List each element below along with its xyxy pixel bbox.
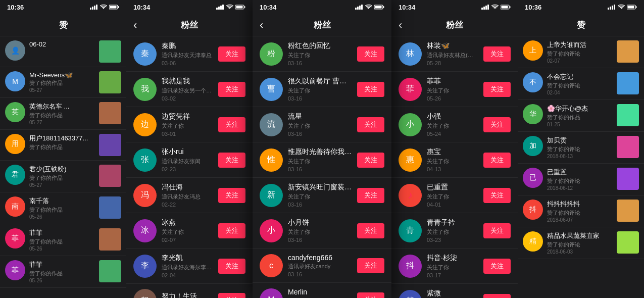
list-item: 边 边贸凭祥 关注了你 03-01 关注: [126, 107, 253, 142]
item-info: 流星 关注了你 03-16: [288, 112, 352, 137]
avatar: M: [260, 288, 283, 299]
avatar: 小: [260, 219, 283, 242]
item-date: 05-26: [29, 214, 95, 220]
follow-button[interactable]: 关注: [357, 292, 384, 299]
item-date: 02-22: [162, 202, 213, 208]
item-name: 精品水果蔬菜直家: [547, 231, 613, 240]
follow-button[interactable]: 关注: [357, 82, 384, 97]
follow-button[interactable]: 关注: [483, 223, 511, 238]
item-date: 05-27: [29, 120, 95, 125]
avatar: 👤: [5, 40, 25, 61]
follow-button[interactable]: 关注: [218, 188, 245, 203]
phone-panel-panel-fans-middle: 10:34 ‹ 粉丝 粉 粉红色的回忆 关注了你 03-16: [253, 0, 391, 298]
praise-thumbnail: [99, 260, 121, 282]
item-info: 很久以前餐厅 曹世坚 关注了你 03-16: [288, 77, 352, 102]
praise-thumbnail: [617, 200, 639, 222]
praise-action: 赞了你的作品: [29, 270, 95, 277]
back-button[interactable]: ‹: [399, 20, 402, 31]
item-date: 2018-06-03: [547, 249, 613, 255]
svg-rect-33: [636, 6, 637, 8]
item-info: 🌸华开心@杰 赞了你的作品 01-25: [547, 104, 613, 127]
item-date: 03-16: [288, 60, 352, 66]
praise-thumbnail: [99, 71, 121, 93]
follow-button[interactable]: 关注: [218, 82, 245, 97]
item-date: 04-01: [427, 202, 478, 208]
item-date: 03-16: [288, 271, 352, 277]
status-bar: 10:36: [518, 0, 644, 14]
item-info: 边贸凭祥 关注了你 03-01: [162, 112, 213, 137]
svg-rect-19: [383, 6, 384, 8]
item-name: 我就是我: [162, 77, 213, 86]
item-name: 君少(互铁粉): [29, 165, 95, 174]
item-sub: 关注了你: [162, 122, 213, 130]
item-date: 05-24: [427, 131, 478, 137]
follow-button[interactable]: 关注: [357, 153, 384, 168]
list-item: M Merlin 关注了你 03-16 关注: [253, 283, 391, 298]
item-date: 02-07: [547, 58, 613, 64]
avatar: 紫: [399, 290, 422, 299]
follow-button[interactable]: 关注: [483, 153, 511, 168]
status-icons: [608, 5, 637, 10]
list-item: c candyfeng666 通讯录好友candy 03-16 关注: [253, 249, 391, 283]
follow-button[interactable]: 关注: [483, 259, 511, 274]
follow-button[interactable]: 关注: [357, 258, 384, 273]
item-name: 惟愿时光善待你我的青春: [288, 147, 352, 157]
svg-rect-34: [628, 6, 634, 9]
item-name: candyfeng666: [288, 254, 352, 262]
praise-action: 赞了你的评论: [547, 145, 613, 153]
follow-button[interactable]: 关注: [483, 117, 511, 132]
follow-button[interactable]: 关注: [483, 188, 511, 203]
item-info: candyfeng666 通讯录好友candy 03-16: [288, 254, 352, 277]
item-name: 已重置: [547, 168, 613, 177]
nav-bar: ‹ 粉丝: [391, 14, 518, 36]
item-sub: 通讯录好友天津泰总: [162, 52, 213, 59]
item-info: 小月饼 关注了你 03-16: [288, 218, 352, 243]
phone-panel-panel-left-praise: 10:36 赞 👤 06-02: [0, 0, 126, 298]
nav-bar: ‹ 粉丝: [126, 14, 253, 36]
follow-button[interactable]: 关注: [218, 293, 245, 298]
follow-button[interactable]: 关注: [357, 46, 384, 62]
list-item: 南 南千落 赞了你的作品 05-26: [0, 192, 126, 224]
item-name: 努力！生活: [162, 292, 213, 298]
follow-button[interactable]: 关注: [483, 82, 511, 97]
praise-action: 赞了你的作品: [29, 112, 95, 119]
follow-button[interactable]: 关注: [218, 117, 245, 132]
follow-button[interactable]: 关注: [357, 188, 384, 203]
praise-action: 赞了你的评论: [547, 209, 613, 217]
item-name: 紫微: [427, 289, 478, 298]
back-button[interactable]: ‹: [133, 20, 137, 31]
item-info: 加贝贡 赞了你的评论 2018-08-13: [547, 136, 613, 159]
item-info: 菲菲 赞了你的作品 05-26: [29, 228, 95, 252]
follow-button[interactable]: 关注: [218, 223, 245, 238]
item-info: 上帝为谁而活 赞了你的评论 02-07: [547, 40, 613, 64]
item-sub: 通讯录好友另一个电话: [162, 87, 213, 94]
avatar: 已: [523, 168, 543, 188]
item-name: 冯仕海: [162, 183, 213, 192]
praise-thumbnail: [617, 72, 639, 94]
avatar: 冯: [133, 184, 157, 207]
item-date: 02-04: [547, 90, 613, 95]
fans-list: 粉 粉红色的回忆 关注了你 03-16 关注 曹 很久以前餐厅 曹世坚 关注了你…: [253, 36, 391, 298]
follow-button[interactable]: 关注: [218, 153, 245, 168]
follow-button[interactable]: 关注: [483, 46, 511, 62]
follow-button[interactable]: 关注: [218, 46, 245, 62]
item-info: 已重置 赞了你的评论 2018-06-12: [547, 168, 613, 191]
avatar: 英: [5, 102, 25, 122]
follow-button[interactable]: 关注: [357, 223, 384, 238]
follow-button[interactable]: 关注: [357, 117, 384, 132]
item-date: 03-06: [162, 60, 213, 66]
praise-action: 赞了你的评论: [547, 241, 613, 249]
item-date: 03-23: [427, 237, 478, 243]
item-info: 英德尔名车 ... 赞了你的作品 05-27: [29, 102, 95, 125]
praise-action: 赞了你的作品: [547, 114, 613, 121]
follow-button[interactable]: 关注: [483, 294, 511, 299]
list-item: 新 新安镇兴旺门窗装饰部 关注了你 03-16 关注: [253, 178, 391, 213]
follow-button[interactable]: 关注: [218, 259, 245, 274]
list-item: 努 努力！生活 02-03 关注: [126, 284, 253, 298]
avatar: 菲: [5, 260, 25, 280]
back-button[interactable]: ‹: [260, 20, 263, 31]
list-item: 小 小强 关注了你 05-24 关注: [391, 107, 518, 142]
avatar: 我: [133, 78, 157, 101]
nav-title: 粉丝: [181, 19, 198, 31]
item-date: 03-16: [288, 95, 352, 102]
